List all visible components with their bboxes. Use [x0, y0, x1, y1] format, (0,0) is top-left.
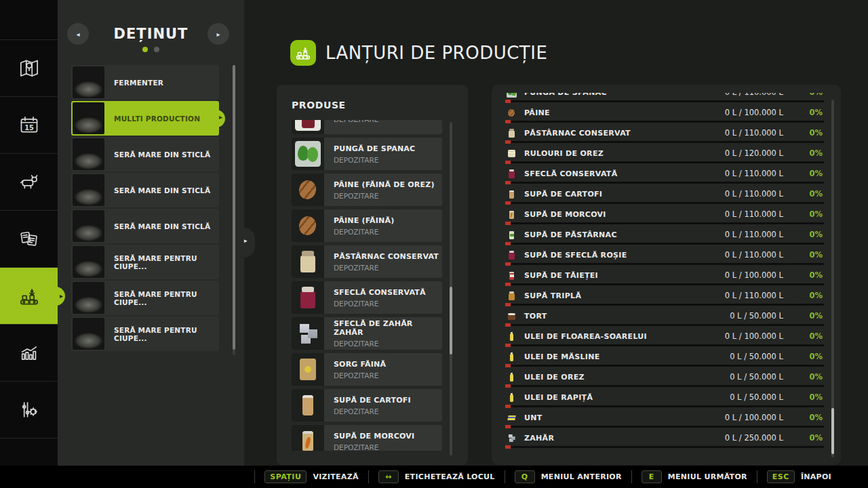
sidebar-item-settings[interactable] — [0, 382, 58, 439]
key-badge: ESC — [767, 470, 795, 483]
storage-scrollbar[interactable] — [831, 100, 834, 458]
product-name: SUPĂ DE CARTOFI — [334, 396, 411, 405]
storage-row[interactable]: SUPĂ DE CARTOFI 0 L / 110.000 L 0% — [505, 184, 824, 205]
storage-row[interactable]: PÂINE 0 L / 100.000 L 0% — [505, 103, 824, 123]
hint-label: ÎNAPOI — [801, 472, 831, 481]
product-name: SFECLĂ DE ZAHĂR ZAHĂR — [334, 319, 442, 337]
main-content: LANȚURI DE PRODUCȚIE PRODUSE DEPOZITARE … — [244, 0, 868, 466]
storage-row[interactable]: SUPĂ TRIPLĂ 0 L / 110.000 L 0% — [505, 286, 824, 306]
storage-quantity: 0 L / 50.000 L — [730, 347, 783, 367]
storage-row[interactable]: ULEI DE RAPIȚĂ 0 L / 50.000 L 0% — [505, 388, 824, 408]
storage-row[interactable]: SUPĂ DE PĂSTÂRNAC 0 L / 110.000 L 0% — [505, 225, 824, 245]
product-card[interactable]: PÂINE (FĂINĂ DE OREZ) DEPOZITARE — [292, 174, 442, 206]
storage-quantity: 0 L / 110.000 L — [725, 184, 783, 204]
sidebar-item-calendar[interactable]: 15 — [0, 97, 58, 154]
storage-row[interactable]: PĂSTÂRNAC CONSERVAT 0 L / 110.000 L 0% — [505, 123, 824, 144]
facility-thumbnail — [73, 246, 104, 278]
storage-row[interactable]: SUPĂ DE MORCOVI 0 L / 110.000 L 0% — [505, 205, 824, 225]
owned-facility-item[interactable]: SERĂ MARE DIN STICLĂ — [71, 173, 219, 207]
product-card[interactable]: SUPĂ DE MORCOVI DEPOZITARE — [292, 425, 442, 451]
storage-percent: 0% — [809, 306, 823, 326]
product-card[interactable]: PUNGĂ DE SPANAC DEPOZITARE — [292, 138, 442, 170]
owned-facility-item[interactable]: SERĂ MARE PENTRU CIUPE... — [71, 245, 219, 279]
key-hints: SPAȚIU VIZITEAZĂ ↔ ETICHETEAZĂ LOCUL Q M… — [254, 470, 841, 483]
storage-row[interactable]: PUNGĂ DE SPANAC 0 L / 110.000 L 0% — [505, 93, 824, 103]
cow-icon — [18, 171, 41, 194]
product-card[interactable]: SFECLĂ DE ZAHĂR ZAHĂR DEPOZITARE — [292, 317, 442, 350]
product-name: PÂINE (FĂINĂ DE OREZ) — [334, 180, 435, 189]
product-storage-label: DEPOZITARE — [334, 228, 394, 236]
owned-facility-item[interactable]: SERĂ MARE PENTRU CIUPE... — [71, 317, 219, 351]
storage-row[interactable]: ULEI DE OREZ 0 L / 50.000 L 0% — [505, 367, 824, 388]
storage-row[interactable]: ULEI DE FLOAREA-SOARELUI 0 L / 100.000 L… — [505, 327, 824, 347]
storage-percent: 0% — [809, 123, 823, 143]
storage-row[interactable]: ZAHĂR 0 L / 250.000 L 0% — [505, 428, 824, 449]
storage-row[interactable]: SUPĂ DE TĂIEȚEI 0 L / 100.000 L 0% — [505, 266, 824, 286]
owned-facility-item[interactable]: MULLTI PRODUCTION — [71, 101, 219, 136]
product-card[interactable]: SORG FĂINĂ DEPOZITARE — [292, 353, 442, 386]
storage-product-name: UNT — [524, 408, 542, 428]
sidebar-item-animals[interactable] — [0, 154, 58, 211]
next-page-button[interactable]: ▸ — [208, 23, 229, 45]
storage-percent: 0% — [809, 266, 823, 285]
product-icon — [295, 177, 321, 203]
product-icon — [295, 213, 321, 239]
storage-row[interactable]: SFECLĂ CONSERVATĂ 0 L / 110.000 L 0% — [505, 164, 824, 184]
product-icon — [295, 285, 321, 310]
products-scrollbar[interactable] — [450, 122, 452, 455]
statistics-icon — [18, 342, 41, 365]
storage-row[interactable]: UNT 0 L / 100.000 L 0% — [505, 408, 824, 428]
storage-quantity: 0 L / 50.000 L — [730, 306, 783, 326]
product-card[interactable]: SUPĂ DE CARTOFI DEPOZITARE — [292, 389, 442, 422]
product-icon — [507, 270, 517, 281]
owned-list-scrollbar[interactable] — [233, 65, 235, 355]
owned-panel: ◂ DEȚINUT ▸ FERMENTER MULLTI PRODUCTION … — [58, 0, 244, 466]
fill-bar-track — [505, 385, 824, 387]
product-card[interactable]: PĂSTÂRNAC CONSERVAT DEPOZITARE — [292, 245, 442, 278]
fill-bar-track — [505, 405, 824, 407]
storage-row[interactable]: ULEI DE MĂSLINE 0 L / 50.000 L 0% — [505, 347, 824, 367]
fill-bar-track — [505, 365, 824, 367]
owned-facility-item[interactable]: SERĂ MARE PENTRU CIUPE... — [71, 281, 219, 315]
fill-bar-track — [505, 304, 824, 306]
product-icon-tile — [292, 245, 324, 278]
fill-bar-track — [505, 222, 824, 224]
storage-quantity: 0 L / 110.000 L — [725, 225, 783, 245]
owned-facility-item[interactable]: SERĂ MARE DIN STICLĂ — [71, 209, 219, 243]
storage-product-name: ULEI DE OREZ — [524, 367, 585, 387]
product-icon — [507, 148, 517, 159]
product-card[interactable]: SFECLĂ CONSERVATĂ DEPOZITARE — [292, 281, 442, 314]
products-panel: PRODUSE DEPOZITARE PUNGĂ DE SPANAC DEPOZ… — [277, 85, 468, 465]
product-icon-tile — [292, 174, 324, 206]
product-card[interactable]: PÂINE (FĂINĂ) DEPOZITARE — [292, 209, 442, 242]
product-icon — [507, 108, 517, 118]
facility-label: SERĂ MARE PENTRU CIUPE... — [106, 326, 219, 342]
calendar-icon: 15 — [18, 114, 41, 137]
sidebar-item-statistics[interactable] — [0, 325, 58, 382]
product-storage-label: DEPOZITARE — [334, 120, 378, 123]
product-card[interactable]: DEPOZITARE — [292, 120, 442, 134]
product-icon — [507, 209, 517, 220]
storage-row[interactable]: SUPĂ DE SFECLĂ ROȘIE 0 L / 110.000 L 0% — [505, 245, 824, 266]
product-icon-tile — [292, 317, 324, 350]
product-icon — [507, 169, 517, 179]
storage-row[interactable]: TORT 0 L / 50.000 L 0% — [505, 306, 824, 327]
storage-product-name: SFECLĂ CONSERVATĂ — [524, 164, 617, 184]
storage-row[interactable]: RULOURI DE OREZ 0 L / 120.000 L 0% — [505, 144, 824, 164]
hint-label: MENIUL ANTERIOR — [541, 472, 622, 481]
product-icon-tile — [292, 138, 324, 170]
storage-product-name: ULEI DE FLOAREA-SOARELUI — [524, 327, 647, 346]
facility-thumbnail — [73, 210, 104, 242]
owned-facility-item[interactable]: FERMENTER — [71, 65, 219, 100]
product-icon-tile — [292, 281, 324, 314]
sidebar-item-finances[interactable] — [0, 211, 58, 268]
sidebar-item-map[interactable] — [0, 40, 58, 97]
fill-bar-track — [505, 426, 824, 428]
products-panel-title: PRODUSE — [292, 100, 346, 110]
facility-thumbnail — [73, 282, 104, 314]
sidebar-item-production[interactable] — [0, 268, 58, 325]
facility-thumbnail — [73, 102, 104, 134]
owned-facility-item[interactable]: SERĂ MARE DIN STICLĂ — [71, 137, 219, 171]
storage-quantity: 0 L / 50.000 L — [730, 388, 783, 407]
storage-product-name: ULEI DE RAPIȚĂ — [524, 388, 593, 407]
